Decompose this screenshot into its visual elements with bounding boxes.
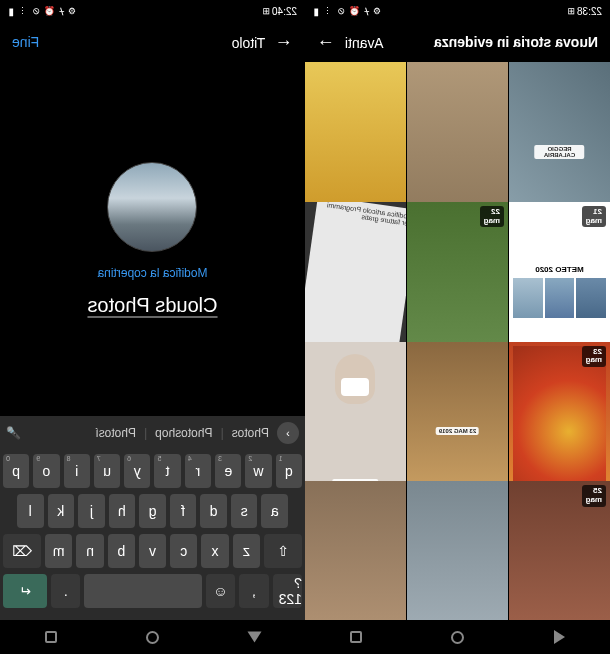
android-nav-bar (0, 620, 305, 654)
arrow-left-icon: ← (275, 32, 293, 52)
story-selection-screen: 22:38 ⊞ ⚙ ᚋ ⏰ ⊘ ⋮ ▮ Nuova storia in evid… (305, 0, 610, 654)
key-c[interactable]: c (170, 534, 197, 568)
comma-key[interactable]: , (239, 574, 268, 608)
key-y[interactable]: y6 (124, 454, 150, 488)
highlight-title-screen: 22:40 ⊞ ⚙ ᚋ ⏰ ⊘ ⋮ ▮ ← Titolo Fine Modifi… (0, 0, 305, 654)
key-n[interactable]: n (76, 534, 103, 568)
date-badge: 21mag (582, 206, 606, 228)
battery-icon: ▮ (8, 6, 14, 17)
status-icons-right: ⚙ ᚋ ⏰ ⊘ ⋮ (322, 6, 381, 16)
story-tile[interactable]: 25mag (509, 481, 610, 620)
done-button[interactable]: Fine (12, 34, 39, 50)
key-l[interactable]: l (17, 494, 44, 528)
date-badge: 23mag (582, 346, 606, 368)
status-time: 22:38 (577, 6, 602, 17)
symbols-key[interactable]: ?123 (273, 574, 302, 608)
nav-recent-button[interactable] (348, 629, 364, 645)
space-key[interactable] (84, 574, 201, 608)
nav-back-button[interactable] (551, 629, 567, 645)
nav-home-button[interactable] (450, 629, 466, 645)
key-x[interactable]: x (201, 534, 228, 568)
key-g[interactable]: g (139, 494, 166, 528)
key-j[interactable]: j (78, 494, 105, 528)
edit-cover-link[interactable]: Modifica la copertina (97, 266, 207, 280)
keyboard-suggestion-bar: › Photos | Photoshop | Photosí 🎤 (0, 416, 305, 450)
key-r[interactable]: r4 (185, 454, 211, 488)
key-w[interactable]: w2 (245, 454, 271, 488)
suggestion-word[interactable]: Photoshop (155, 426, 212, 440)
date-badge: 22mag (480, 206, 504, 228)
story-tile[interactable] (407, 481, 508, 620)
key-f[interactable]: f (170, 494, 197, 528)
next-button[interactable]: Avanti → (317, 32, 384, 53)
status-icons-right: ⚙ ᚋ ⏰ ⊘ ⋮ (17, 6, 76, 16)
period-key[interactable]: . (51, 574, 80, 608)
key-k[interactable]: k (48, 494, 75, 528)
backspace-key[interactable]: ⌫ (3, 534, 41, 568)
nav-recent-button[interactable] (43, 629, 59, 645)
back-button[interactable]: ← Titolo (232, 32, 293, 53)
key-d[interactable]: d (200, 494, 227, 528)
key-s[interactable]: s (231, 494, 258, 528)
status-icons-left: ⊞ (566, 6, 575, 16)
stories-grid: REGGIO CALABRIAMETEO 202021mag22magModif… (305, 62, 610, 620)
emoji-key[interactable]: ☺ (206, 574, 235, 608)
key-q[interactable]: q1 (276, 454, 302, 488)
key-b[interactable]: b (108, 534, 135, 568)
suggestion-word[interactable]: Photosí (95, 426, 136, 440)
status-bar: 22:38 ⊞ ⚙ ᚋ ⏰ ⊘ ⋮ ▮ (305, 0, 610, 22)
key-u[interactable]: u7 (94, 454, 120, 488)
arrow-right-icon: → (317, 32, 335, 52)
status-bar: 22:40 ⊞ ⚙ ᚋ ⏰ ⊘ ⋮ ▮ (0, 0, 305, 22)
enter-key[interactable]: ↵ (3, 574, 47, 608)
key-p[interactable]: p0 (3, 454, 29, 488)
key-a[interactable]: a (261, 494, 288, 528)
key-o[interactable]: o9 (33, 454, 59, 488)
story-tile[interactable] (305, 481, 406, 620)
key-e[interactable]: e3 (215, 454, 241, 488)
shift-key[interactable]: ⇧ (264, 534, 302, 568)
battery-icon: ▮ (313, 6, 319, 17)
key-h[interactable]: h (109, 494, 136, 528)
key-t[interactable]: t5 (155, 454, 181, 488)
page-title: Nuova storia in evidenza (384, 34, 598, 50)
date-badge: 25mag (582, 485, 606, 507)
suggestion-expand-icon[interactable]: › (277, 422, 299, 444)
status-icons-left: ⊞ (261, 6, 270, 16)
android-nav-bar (305, 620, 610, 654)
key-v[interactable]: v (139, 534, 166, 568)
highlight-cover-image[interactable] (108, 162, 198, 252)
keyboard: q1w2e3r4t5y6u7i8o9p0 asdfghjkl ⇧zxcvbnm⌫… (0, 450, 305, 620)
app-header: Nuova storia in evidenza Avanti → (305, 22, 610, 62)
suggestion-word[interactable]: Photos (232, 426, 269, 440)
nav-back-button[interactable] (246, 629, 262, 645)
key-i[interactable]: i8 (64, 454, 90, 488)
highlight-title-input[interactable]: Clouds Photos (87, 294, 217, 317)
app-header: ← Titolo Fine (0, 22, 305, 62)
key-z[interactable]: z (233, 534, 260, 568)
key-m[interactable]: m (45, 534, 72, 568)
cover-edit-area: Modifica la copertina Clouds Photos (0, 62, 305, 416)
mic-icon[interactable]: 🎤 (6, 426, 21, 440)
nav-home-button[interactable] (145, 629, 161, 645)
status-time: 22:40 (272, 6, 297, 17)
